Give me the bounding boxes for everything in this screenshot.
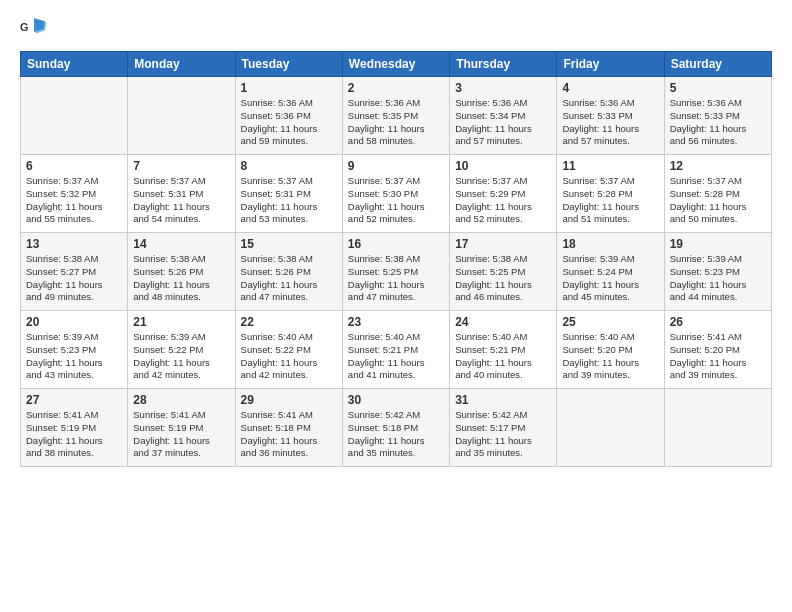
day-info: Sunrise: 5:38 AM Sunset: 5:25 PM Dayligh…: [348, 253, 444, 304]
day-number: 26: [670, 315, 766, 329]
day-number: 27: [26, 393, 122, 407]
day-number: 25: [562, 315, 658, 329]
day-info: Sunrise: 5:41 AM Sunset: 5:20 PM Dayligh…: [670, 331, 766, 382]
calendar-cell: 13Sunrise: 5:38 AM Sunset: 5:27 PM Dayli…: [21, 233, 128, 311]
calendar-cell: 7Sunrise: 5:37 AM Sunset: 5:31 PM Daylig…: [128, 155, 235, 233]
day-number: 30: [348, 393, 444, 407]
week-row-4: 20Sunrise: 5:39 AM Sunset: 5:23 PM Dayli…: [21, 311, 772, 389]
week-row-3: 13Sunrise: 5:38 AM Sunset: 5:27 PM Dayli…: [21, 233, 772, 311]
calendar-cell: 17Sunrise: 5:38 AM Sunset: 5:25 PM Dayli…: [450, 233, 557, 311]
calendar-cell: 1Sunrise: 5:36 AM Sunset: 5:36 PM Daylig…: [235, 77, 342, 155]
col-header-wednesday: Wednesday: [342, 52, 449, 77]
week-row-5: 27Sunrise: 5:41 AM Sunset: 5:19 PM Dayli…: [21, 389, 772, 467]
calendar-cell: 21Sunrise: 5:39 AM Sunset: 5:22 PM Dayli…: [128, 311, 235, 389]
day-info: Sunrise: 5:36 AM Sunset: 5:33 PM Dayligh…: [562, 97, 658, 148]
calendar-cell: 15Sunrise: 5:38 AM Sunset: 5:26 PM Dayli…: [235, 233, 342, 311]
calendar-cell: 19Sunrise: 5:39 AM Sunset: 5:23 PM Dayli…: [664, 233, 771, 311]
calendar-cell: 24Sunrise: 5:40 AM Sunset: 5:21 PM Dayli…: [450, 311, 557, 389]
day-number: 16: [348, 237, 444, 251]
calendar-table: SundayMondayTuesdayWednesdayThursdayFrid…: [20, 51, 772, 467]
calendar-cell: 8Sunrise: 5:37 AM Sunset: 5:31 PM Daylig…: [235, 155, 342, 233]
calendar-cell: 25Sunrise: 5:40 AM Sunset: 5:20 PM Dayli…: [557, 311, 664, 389]
day-info: Sunrise: 5:40 AM Sunset: 5:20 PM Dayligh…: [562, 331, 658, 382]
day-number: 21: [133, 315, 229, 329]
day-number: 1: [241, 81, 337, 95]
day-number: 17: [455, 237, 551, 251]
day-info: Sunrise: 5:37 AM Sunset: 5:31 PM Dayligh…: [133, 175, 229, 226]
day-number: 2: [348, 81, 444, 95]
calendar-cell: 5Sunrise: 5:36 AM Sunset: 5:33 PM Daylig…: [664, 77, 771, 155]
calendar-header-row: SundayMondayTuesdayWednesdayThursdayFrid…: [21, 52, 772, 77]
day-info: Sunrise: 5:38 AM Sunset: 5:26 PM Dayligh…: [241, 253, 337, 304]
day-info: Sunrise: 5:37 AM Sunset: 5:28 PM Dayligh…: [562, 175, 658, 226]
calendar-cell: 6Sunrise: 5:37 AM Sunset: 5:32 PM Daylig…: [21, 155, 128, 233]
day-info: Sunrise: 5:40 AM Sunset: 5:22 PM Dayligh…: [241, 331, 337, 382]
day-number: 6: [26, 159, 122, 173]
day-number: 31: [455, 393, 551, 407]
calendar-cell: 26Sunrise: 5:41 AM Sunset: 5:20 PM Dayli…: [664, 311, 771, 389]
calendar-cell: [128, 77, 235, 155]
col-header-tuesday: Tuesday: [235, 52, 342, 77]
day-number: 29: [241, 393, 337, 407]
day-info: Sunrise: 5:37 AM Sunset: 5:28 PM Dayligh…: [670, 175, 766, 226]
logo-icon: G: [20, 15, 48, 43]
logo: G: [20, 15, 52, 43]
svg-text:G: G: [20, 21, 28, 33]
calendar-cell: 16Sunrise: 5:38 AM Sunset: 5:25 PM Dayli…: [342, 233, 449, 311]
calendar-cell: 14Sunrise: 5:38 AM Sunset: 5:26 PM Dayli…: [128, 233, 235, 311]
day-number: 11: [562, 159, 658, 173]
day-info: Sunrise: 5:38 AM Sunset: 5:25 PM Dayligh…: [455, 253, 551, 304]
day-info: Sunrise: 5:41 AM Sunset: 5:19 PM Dayligh…: [133, 409, 229, 460]
day-info: Sunrise: 5:36 AM Sunset: 5:34 PM Dayligh…: [455, 97, 551, 148]
day-number: 3: [455, 81, 551, 95]
col-header-saturday: Saturday: [664, 52, 771, 77]
calendar-cell: 2Sunrise: 5:36 AM Sunset: 5:35 PM Daylig…: [342, 77, 449, 155]
day-info: Sunrise: 5:40 AM Sunset: 5:21 PM Dayligh…: [455, 331, 551, 382]
day-number: 20: [26, 315, 122, 329]
calendar-cell: 20Sunrise: 5:39 AM Sunset: 5:23 PM Dayli…: [21, 311, 128, 389]
day-info: Sunrise: 5:37 AM Sunset: 5:29 PM Dayligh…: [455, 175, 551, 226]
day-info: Sunrise: 5:37 AM Sunset: 5:30 PM Dayligh…: [348, 175, 444, 226]
calendar-cell: [21, 77, 128, 155]
day-info: Sunrise: 5:39 AM Sunset: 5:22 PM Dayligh…: [133, 331, 229, 382]
day-number: 14: [133, 237, 229, 251]
col-header-thursday: Thursday: [450, 52, 557, 77]
day-info: Sunrise: 5:39 AM Sunset: 5:23 PM Dayligh…: [26, 331, 122, 382]
calendar-cell: 10Sunrise: 5:37 AM Sunset: 5:29 PM Dayli…: [450, 155, 557, 233]
day-number: 10: [455, 159, 551, 173]
calendar-cell: 18Sunrise: 5:39 AM Sunset: 5:24 PM Dayli…: [557, 233, 664, 311]
day-number: 12: [670, 159, 766, 173]
week-row-2: 6Sunrise: 5:37 AM Sunset: 5:32 PM Daylig…: [21, 155, 772, 233]
calendar-cell: 31Sunrise: 5:42 AM Sunset: 5:17 PM Dayli…: [450, 389, 557, 467]
calendar-cell: 4Sunrise: 5:36 AM Sunset: 5:33 PM Daylig…: [557, 77, 664, 155]
col-header-monday: Monday: [128, 52, 235, 77]
day-info: Sunrise: 5:38 AM Sunset: 5:27 PM Dayligh…: [26, 253, 122, 304]
calendar-cell: 12Sunrise: 5:37 AM Sunset: 5:28 PM Dayli…: [664, 155, 771, 233]
calendar-cell: [664, 389, 771, 467]
day-info: Sunrise: 5:38 AM Sunset: 5:26 PM Dayligh…: [133, 253, 229, 304]
day-number: 8: [241, 159, 337, 173]
day-number: 15: [241, 237, 337, 251]
day-info: Sunrise: 5:41 AM Sunset: 5:19 PM Dayligh…: [26, 409, 122, 460]
calendar-cell: 30Sunrise: 5:42 AM Sunset: 5:18 PM Dayli…: [342, 389, 449, 467]
col-header-sunday: Sunday: [21, 52, 128, 77]
col-header-friday: Friday: [557, 52, 664, 77]
day-info: Sunrise: 5:37 AM Sunset: 5:31 PM Dayligh…: [241, 175, 337, 226]
calendar-cell: 27Sunrise: 5:41 AM Sunset: 5:19 PM Dayli…: [21, 389, 128, 467]
day-number: 18: [562, 237, 658, 251]
day-number: 7: [133, 159, 229, 173]
day-info: Sunrise: 5:39 AM Sunset: 5:23 PM Dayligh…: [670, 253, 766, 304]
calendar-cell: 22Sunrise: 5:40 AM Sunset: 5:22 PM Dayli…: [235, 311, 342, 389]
day-info: Sunrise: 5:40 AM Sunset: 5:21 PM Dayligh…: [348, 331, 444, 382]
day-number: 4: [562, 81, 658, 95]
week-row-1: 1Sunrise: 5:36 AM Sunset: 5:36 PM Daylig…: [21, 77, 772, 155]
calendar-cell: 23Sunrise: 5:40 AM Sunset: 5:21 PM Dayli…: [342, 311, 449, 389]
day-number: 28: [133, 393, 229, 407]
day-info: Sunrise: 5:37 AM Sunset: 5:32 PM Dayligh…: [26, 175, 122, 226]
page-container: G SundayMondayTuesdayWednesdayThursdayFr…: [0, 0, 792, 477]
day-info: Sunrise: 5:36 AM Sunset: 5:36 PM Dayligh…: [241, 97, 337, 148]
day-info: Sunrise: 5:39 AM Sunset: 5:24 PM Dayligh…: [562, 253, 658, 304]
day-info: Sunrise: 5:41 AM Sunset: 5:18 PM Dayligh…: [241, 409, 337, 460]
calendar-cell: 3Sunrise: 5:36 AM Sunset: 5:34 PM Daylig…: [450, 77, 557, 155]
calendar-cell: 11Sunrise: 5:37 AM Sunset: 5:28 PM Dayli…: [557, 155, 664, 233]
